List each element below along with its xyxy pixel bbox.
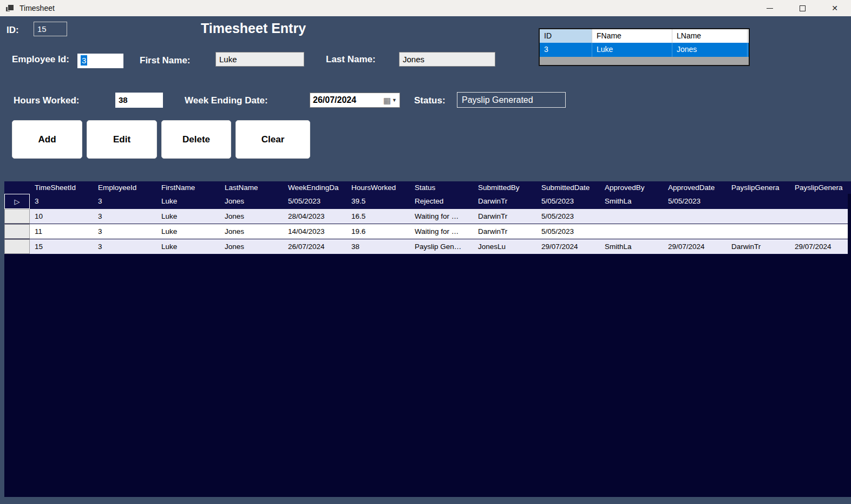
row-selector-cell[interactable]: ▷ <box>4 194 30 209</box>
timesheet-grid-cell[interactable]: Jones <box>220 209 283 224</box>
timesheet-grid-cell[interactable]: Jones <box>220 194 283 209</box>
timesheet-grid-column-header[interactable]: TimeSheetId <box>30 181 93 194</box>
employee-id-input[interactable]: 3 <box>77 54 123 68</box>
timesheet-grid-cell[interactable]: DarwinTr <box>726 239 790 254</box>
timesheet-grid-cell[interactable]: 3 <box>93 239 156 254</box>
timesheet-grid-column-header[interactable]: HoursWorked <box>346 181 410 194</box>
minimize-button[interactable] <box>754 0 786 16</box>
timesheet-grid-cell[interactable]: 3 <box>93 209 156 224</box>
timesheet-grid-cell[interactable] <box>663 224 726 239</box>
timesheet-grid-cell[interactable] <box>726 194 790 209</box>
timesheet-grid-cell[interactable]: 19.6 <box>346 224 410 239</box>
close-icon: ✕ <box>832 4 838 12</box>
timesheet-grid-column-header[interactable]: ApprovedDate <box>663 181 726 194</box>
grid-corner-cell[interactable] <box>4 181 30 194</box>
timesheet-grid-column-header[interactable]: WeekEndingDa <box>283 181 346 194</box>
timesheet-grid-cell[interactable]: 29/07/2024 <box>663 239 726 254</box>
timesheet-grid-cell[interactable]: JonesLu <box>473 239 536 254</box>
timesheet-grid-cell[interactable]: Rejected <box>410 194 473 209</box>
timesheet-grid-cell[interactable]: 26/07/2024 <box>283 239 346 254</box>
timesheet-grid-cell[interactable]: 14/04/2023 <box>283 224 346 239</box>
timesheet-grid-cell[interactable]: Jones <box>220 224 283 239</box>
timesheet-grid-cell[interactable] <box>600 224 663 239</box>
timesheet-grid-column-header[interactable]: LastName <box>220 181 283 194</box>
timesheet-grid-cell[interactable] <box>790 194 851 209</box>
timesheet-grid-cell[interactable] <box>726 209 790 224</box>
timesheet-grid-column-header[interactable]: EmployeeId <box>93 181 156 194</box>
timesheet-grid-cell[interactable]: DarwinTr <box>473 194 536 209</box>
timesheet-grid-cell[interactable]: Luke <box>156 239 220 254</box>
timesheet-grid-row[interactable]: 113LukeJones14/04/202319.6Waiting for …D… <box>4 224 848 239</box>
timesheet-grid-cell[interactable]: 5/05/2023 <box>283 194 346 209</box>
employee-grid-row[interactable]: 3LukeJones <box>540 43 749 57</box>
employee-grid-column-header[interactable]: FName <box>592 29 672 43</box>
employee-grid-cell[interactable]: Jones <box>672 43 748 57</box>
timesheet-grid-cell[interactable]: Jones <box>220 239 283 254</box>
timesheet-grid-cell[interactable]: 10 <box>30 209 93 224</box>
week-ending-date-picker[interactable]: 26/07/2024 ▦ ▼ <box>310 93 400 108</box>
timesheet-grid-row[interactable]: ▷33LukeJones5/05/202339.5RejectedDarwinT… <box>4 194 848 209</box>
hours-worked-input[interactable]: 38 <box>115 93 163 108</box>
timesheet-grid-header: TimeSheetIdEmployeeIdFirstNameLastNameWe… <box>4 181 851 194</box>
timesheet-grid-cell[interactable]: 5/05/2023 <box>536 194 600 209</box>
timesheet-grid-cell[interactable]: Waiting for … <box>410 209 473 224</box>
clear-button[interactable]: Clear <box>235 120 310 159</box>
timesheet-grid-cell[interactable]: DarwinTr <box>473 224 536 239</box>
close-button[interactable]: ✕ <box>819 0 851 16</box>
employee-grid-column-header[interactable]: ID <box>540 29 592 43</box>
row-selector-cell[interactable] <box>4 239 30 254</box>
employee-grid-column-header[interactable]: LName <box>672 29 748 43</box>
timesheet-grid-cell[interactable]: Waiting for … <box>410 224 473 239</box>
timesheet-grid-cell[interactable]: 3 <box>93 194 156 209</box>
timesheet-grid-cell[interactable]: 5/05/2023 <box>536 209 600 224</box>
timesheet-grid-cell[interactable]: Luke <box>156 194 220 209</box>
last-name-input[interactable]: Jones <box>399 52 495 67</box>
timesheet-grid-cell[interactable]: 29/07/2024 <box>790 239 851 254</box>
timesheet-grid-cell[interactable]: DarwinTr <box>473 209 536 224</box>
timesheet-grid-cell[interactable]: 3 <box>93 224 156 239</box>
timesheet-grid-cell[interactable]: 29/07/2024 <box>536 239 600 254</box>
timesheet-grid-cell[interactable]: SmithLa <box>600 239 663 254</box>
timesheet-grid-cell[interactable] <box>790 224 851 239</box>
timesheet-grid-column-header[interactable]: PayslipGenera <box>790 181 851 194</box>
timesheet-grid-column-header[interactable]: SubmittedBy <box>473 181 536 194</box>
timesheet-grid-cell[interactable]: SmithLa <box>600 194 663 209</box>
timesheet-grid-cell[interactable]: Payslip Gen… <box>410 239 473 254</box>
timesheet-grid-cell[interactable] <box>663 209 726 224</box>
timesheet-grid-column-header[interactable]: PayslipGenera <box>726 181 790 194</box>
maximize-button[interactable] <box>786 0 819 16</box>
timesheet-grid-cell[interactable]: 16.5 <box>346 209 410 224</box>
timesheet-grid-cell[interactable]: 28/04/2023 <box>283 209 346 224</box>
employee-grid[interactable]: IDFNameLName 3LukeJones <box>539 28 750 66</box>
timesheet-grid-column-header[interactable]: FirstName <box>156 181 220 194</box>
timesheet-grid-cell[interactable]: Luke <box>156 209 220 224</box>
last-name-label: Last Name: <box>326 54 376 65</box>
timesheet-grid-cell[interactable]: 15 <box>30 239 93 254</box>
timesheet-grid-cell[interactable] <box>726 224 790 239</box>
employee-grid-cell[interactable]: 3 <box>540 43 592 57</box>
timesheet-grid-cell[interactable]: 38 <box>346 239 410 254</box>
timesheet-grid-row[interactable]: 153LukeJones26/07/202438Payslip Gen…Jone… <box>4 239 848 254</box>
timesheet-grid-cell[interactable]: 3 <box>30 194 93 209</box>
timesheet-grid-rows: ▷33LukeJones5/05/202339.5RejectedDarwinT… <box>4 194 851 254</box>
timesheet-grid-cell[interactable]: 39.5 <box>346 194 410 209</box>
employee-grid-cell[interactable]: Luke <box>592 43 672 57</box>
edit-button[interactable]: Edit <box>87 120 157 159</box>
row-selector-cell[interactable] <box>4 209 30 224</box>
row-selector-cell[interactable] <box>4 224 30 239</box>
timesheet-grid-cell[interactable]: Luke <box>156 224 220 239</box>
timesheet-grid-column-header[interactable]: SubmittedDate <box>536 181 600 194</box>
timesheet-grid-row[interactable]: 103LukeJones28/04/202316.5Waiting for …D… <box>4 209 848 224</box>
delete-button[interactable]: Delete <box>161 120 231 159</box>
timesheet-grid-column-header[interactable]: Status <box>410 181 473 194</box>
first-name-input[interactable]: Luke <box>215 52 304 67</box>
timesheet-grid-column-header[interactable]: ApprovedBy <box>600 181 663 194</box>
employee-id-label: Employee Id: <box>12 54 69 65</box>
timesheet-grid[interactable]: TimeSheetIdEmployeeIdFirstNameLastNameWe… <box>4 181 851 497</box>
timesheet-grid-cell[interactable] <box>790 209 851 224</box>
add-button[interactable]: Add <box>12 120 82 159</box>
timesheet-grid-cell[interactable]: 5/05/2023 <box>663 194 726 209</box>
timesheet-grid-cell[interactable]: 5/05/2023 <box>536 224 600 239</box>
timesheet-grid-cell[interactable]: 11 <box>30 224 93 239</box>
timesheet-grid-cell[interactable] <box>600 209 663 224</box>
